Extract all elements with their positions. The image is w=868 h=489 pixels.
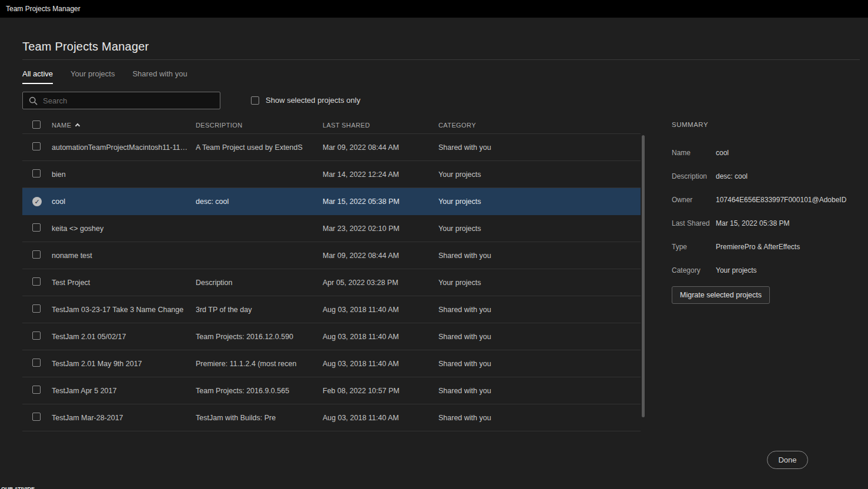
table-row[interactable]: TestJam Apr 5 2017Team Projects: 2016.9.…	[22, 377, 641, 404]
row-name: cool	[52, 197, 196, 206]
summary-field-value: Your projects	[716, 266, 848, 274]
row-checkbox-cell	[22, 359, 52, 369]
table-row[interactable]: automationTeamProjectMacintosh11-11-201.…	[22, 134, 641, 161]
summary-field-value: Mar 15, 2022 05:38 PM	[716, 219, 848, 227]
search-box	[22, 92, 220, 109]
header-divider	[22, 59, 860, 60]
column-header-category-label: CATEGORY	[438, 122, 476, 129]
migrate-selected-projects-button[interactable]: Migrate selected projects	[672, 286, 770, 304]
row-category: Shared with you	[438, 414, 641, 422]
summary-field-label: Owner	[672, 196, 716, 204]
row-checkbox[interactable]	[32, 142, 41, 150]
done-button[interactable]: Done	[767, 451, 808, 469]
column-header-last-shared[interactable]: LAST SHARED	[323, 122, 438, 129]
search-icon	[29, 96, 38, 105]
row-name: bien	[52, 170, 196, 179]
row-category: Shared with you	[438, 306, 641, 314]
row-last-shared: Feb 08, 2022 10:57 PM	[323, 387, 438, 395]
row-description: Team Projects: 2016.12.0.590	[196, 333, 323, 341]
column-header-description[interactable]: DESCRIPTION	[196, 122, 323, 129]
show-selected-label: Show selected projects only	[266, 96, 360, 105]
row-selected-check-icon[interactable]: ✓	[32, 197, 42, 206]
row-checkbox-cell	[22, 250, 52, 260]
row-category: Shared with you	[438, 252, 641, 260]
row-category: Your projects	[438, 170, 641, 179]
table-row[interactable]: ✓cooldesc: coolMar 15, 2022 05:38 PMYour…	[22, 188, 641, 215]
table-row[interactable]: keita <> gosheyMar 23, 2022 02:10 PMYour…	[22, 215, 641, 242]
row-description: TestJam with Builds: Pre	[196, 414, 323, 422]
row-category: Shared with you	[438, 143, 641, 152]
row-checkbox-cell	[22, 277, 52, 287]
row-name: keita <> goshey	[52, 225, 196, 233]
row-checkbox-cell	[22, 223, 52, 233]
show-selected-checkbox[interactable]	[251, 96, 259, 105]
summary-field-label: Category	[672, 266, 716, 274]
row-checkbox[interactable]	[32, 304, 41, 313]
summary-field-category: CategoryYour projects	[672, 259, 848, 282]
row-name: noname test	[52, 252, 196, 260]
column-header-name[interactable]: NAME	[52, 122, 196, 129]
table-row[interactable]: Test ProjectDescriptionApr 05, 2022 03:2…	[22, 269, 641, 296]
summary-field-description: Descriptiondesc: cool	[672, 165, 848, 188]
column-header-description-label: DESCRIPTION	[196, 122, 243, 129]
row-name: TestJam Mar-28-2017	[52, 414, 196, 422]
tab-bar: All activeYour projectsShared with you	[22, 69, 187, 84]
row-checkbox[interactable]	[32, 169, 41, 177]
row-checkbox[interactable]	[32, 331, 41, 340]
row-last-shared: Aug 03, 2018 11:40 AM	[323, 333, 438, 341]
row-checkbox-cell: ✓	[22, 197, 52, 206]
table-row[interactable]: TestJam Mar-28-2017TestJam with Builds: …	[22, 404, 641, 431]
row-checkbox-cell	[22, 386, 52, 396]
clipped-bottom-text: OUR ATIVIDE	[1, 486, 35, 489]
summary-field-value: PremierePro & AfterEffects	[716, 243, 848, 251]
row-checkbox[interactable]	[32, 386, 41, 394]
search-input[interactable]	[43, 96, 214, 105]
row-name: TestJam 03-23-17 Take 3 Name Change	[52, 306, 196, 314]
select-all-checkbox[interactable]	[32, 120, 41, 129]
table-row[interactable]: noname testMar 09, 2022 08:44 AMShared w…	[22, 242, 641, 269]
summary-heading: SUMMARY	[672, 121, 708, 128]
column-header-category[interactable]: CATEGORY	[438, 122, 641, 129]
row-description: Premiere: 11.1.2.4 (most recen	[196, 360, 323, 368]
row-name: TestJam 2.01 May 9th 2017	[52, 360, 196, 368]
tab-shared-with-you[interactable]: Shared with you	[132, 69, 187, 84]
show-selected-filter[interactable]: Show selected projects only	[251, 96, 360, 105]
table-row[interactable]: bienMar 14, 2022 12:24 AMYour projects	[22, 161, 641, 188]
row-checkbox[interactable]	[32, 359, 41, 367]
summary-field-type: TypePremierePro & AfterEffects	[672, 235, 848, 259]
sort-ascending-icon	[75, 123, 80, 128]
row-category: Your projects	[438, 279, 641, 287]
row-category: Your projects	[438, 225, 641, 233]
table-row[interactable]: TestJam 03-23-17 Take 3 Name Change3rd T…	[22, 296, 641, 323]
row-description: 3rd TP of the day	[196, 306, 323, 314]
table-row[interactable]: TestJam 2.01 05/02/17Team Projects: 2016…	[22, 323, 641, 350]
table-row[interactable]: TestJam 2.01 May 9th 2017Premiere: 11.1.…	[22, 350, 641, 377]
row-checkbox-cell	[22, 169, 52, 179]
row-last-shared: Apr 05, 2022 03:28 PM	[323, 279, 438, 287]
row-last-shared: Mar 09, 2022 08:44 AM	[323, 143, 438, 152]
row-checkbox[interactable]	[32, 413, 41, 421]
table-scrollbar[interactable]	[642, 135, 645, 417]
summary-field-name: Namecool	[672, 141, 848, 165]
row-category: Your projects	[438, 197, 641, 206]
row-last-shared: Mar 09, 2022 08:44 AM	[323, 252, 438, 260]
summary-field-label: Last Shared	[672, 219, 716, 227]
column-header-last-shared-label: LAST SHARED	[323, 122, 370, 129]
row-category: Shared with you	[438, 387, 641, 395]
row-category: Shared with you	[438, 333, 641, 341]
row-checkbox-cell	[22, 142, 52, 152]
tab-your-projects[interactable]: Your projects	[71, 69, 115, 84]
window-titlebar: Team Projects Manager	[0, 0, 868, 18]
row-checkbox-cell	[22, 413, 52, 423]
row-checkbox[interactable]	[32, 223, 41, 232]
summary-field-last-shared: Last SharedMar 15, 2022 05:38 PM	[672, 212, 848, 235]
select-all-cell	[22, 120, 52, 130]
row-last-shared: Mar 14, 2022 12:24 AM	[323, 170, 438, 179]
row-checkbox[interactable]	[32, 277, 41, 286]
summary-panel: NamecoolDescriptiondesc: coolOwner107464…	[672, 141, 848, 282]
row-checkbox[interactable]	[32, 250, 41, 259]
tab-all-active[interactable]: All active	[22, 69, 53, 84]
summary-field-label: Description	[672, 172, 716, 180]
summary-field-owner: Owner107464E656E833997F000101@AdobeID	[672, 188, 848, 212]
row-name: automationTeamProjectMacintosh11-11-201.…	[52, 143, 196, 152]
